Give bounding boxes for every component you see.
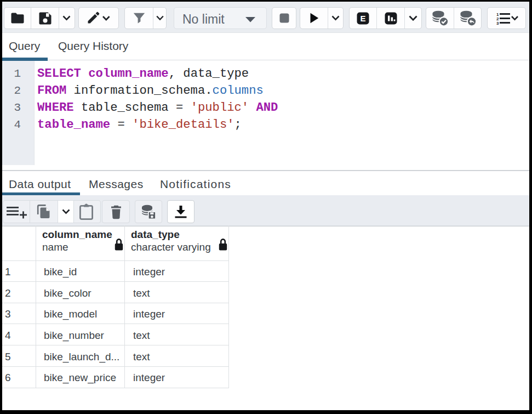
svg-text:3: 3 xyxy=(496,21,499,26)
svg-text:E: E xyxy=(360,14,365,23)
